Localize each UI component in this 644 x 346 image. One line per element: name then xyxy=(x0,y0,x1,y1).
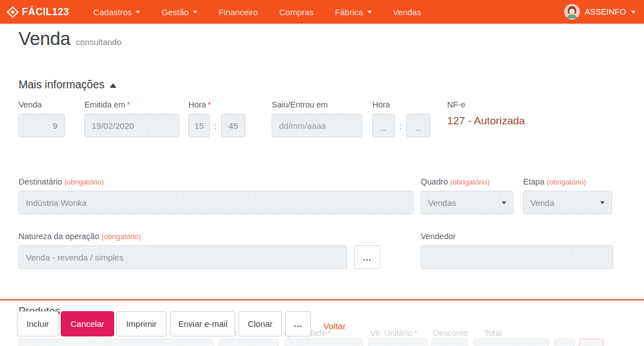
imprimir-button[interactable]: Imprimir xyxy=(116,311,166,336)
quantidade-row-input[interactable] xyxy=(285,339,363,346)
menu-label: Gestão xyxy=(161,7,188,17)
field-natureza-operacao: Natureza da operação(obrigatório) xyxy=(19,232,347,269)
user-avatar xyxy=(564,4,580,20)
caret-down-icon xyxy=(193,11,197,14)
quadro-selected-value: Vendas xyxy=(428,198,456,208)
produtos-col-vlr-unitario: Vlr. Unitário* xyxy=(370,329,417,338)
emitida-em-input[interactable] xyxy=(84,114,179,137)
venda-label: Venda xyxy=(19,100,65,109)
menu-item-compras[interactable]: Compras xyxy=(269,0,325,24)
field-destinatario: Destinatário(obrigatório) xyxy=(19,177,413,214)
enviar-email-button[interactable]: Enviar e-mail xyxy=(170,311,235,336)
hora-saida-minute-input[interactable] xyxy=(406,114,430,137)
venda-input[interactable] xyxy=(19,114,65,137)
field-etapa: Etapa(obrigatório) Venda xyxy=(523,177,612,214)
etapa-selected-value: Venda xyxy=(530,198,555,208)
field-hora-saida: Hora : xyxy=(372,100,433,137)
brand-diamond-icon xyxy=(7,6,19,17)
required-asterisk: * xyxy=(414,329,417,338)
required-note: (obrigatório) xyxy=(64,178,103,186)
field-venda: Venda xyxy=(19,100,65,137)
more-info-title: Mais informações xyxy=(19,78,105,91)
natureza-more-button[interactable]: ... xyxy=(354,245,380,269)
hora-emissao-hour-input[interactable] xyxy=(188,114,210,137)
lote-row-input[interactable] xyxy=(219,339,278,346)
etapa-label: Etapa(obrigatório) xyxy=(523,177,612,186)
user-name: ASSEINFO xyxy=(585,7,626,16)
natureza-input[interactable] xyxy=(19,245,347,269)
field-vendedor: Vendedor xyxy=(421,232,613,269)
saiu-entrou-input[interactable] xyxy=(272,114,362,137)
brand-text: FÁCIL123 xyxy=(22,6,69,18)
vlr-unitario-row-input[interactable] xyxy=(368,339,427,346)
row-extra-input[interactable] xyxy=(554,339,575,346)
vendedor-input[interactable] xyxy=(421,245,613,269)
field-nfe: NF-e 127 - Autorizada xyxy=(447,100,616,127)
top-navbar: FÁCIL123 Cadastros Gestão Financeiro Com… xyxy=(0,0,644,24)
menu-label: Fábrica xyxy=(335,7,363,17)
menu-label: Cadastros xyxy=(93,7,132,17)
hora-saida-label: Hora xyxy=(372,100,433,109)
field-saiu-entrou-em: Saiu/Entrou em xyxy=(272,100,362,137)
destinatario-label: Destinatário(obrigatório) xyxy=(19,177,413,186)
page-header: Venda consultando xyxy=(19,28,121,50)
main-menu: Cadastros Gestão Financeiro Compras Fábr… xyxy=(83,0,432,24)
caret-down-icon xyxy=(600,201,605,204)
user-menu[interactable]: ASSEINFO xyxy=(564,4,636,20)
more-actions-button[interactable]: ... xyxy=(285,311,311,336)
nfe-status-value: 127 - Autorizada xyxy=(447,115,616,127)
caret-up-icon xyxy=(110,83,116,88)
voltar-link[interactable]: Voltar xyxy=(323,321,346,331)
caret-down-icon xyxy=(367,11,372,14)
menu-label: Compras xyxy=(280,7,314,17)
vendedor-label: Vendedor xyxy=(421,232,613,241)
required-note: (obrigatório) xyxy=(102,232,141,241)
desconto-row-input[interactable] xyxy=(431,339,468,346)
app-window: FÁCIL123 Cadastros Gestão Financeiro Com… xyxy=(0,0,644,346)
menu-item-cadastros[interactable]: Cadastros xyxy=(83,0,151,24)
page-mode-label: consultando xyxy=(76,37,121,47)
incluir-button[interactable]: Incluir xyxy=(17,311,58,336)
required-asterisk: * xyxy=(127,100,130,109)
hora-emissao-label: Hora* xyxy=(188,100,250,109)
menu-label: Financeiro xyxy=(219,7,258,17)
destinatario-input[interactable] xyxy=(19,191,413,214)
hora-emissao-minute-input[interactable] xyxy=(221,114,245,137)
hora-saida-hour-input[interactable] xyxy=(372,114,395,137)
required-note: (obrigatório) xyxy=(450,178,489,186)
nfe-label: NF-e xyxy=(447,100,616,109)
field-quadro: Quadro(obrigatório) Vendas xyxy=(421,177,514,214)
caret-down-icon xyxy=(502,201,506,204)
emitida-em-label: Emitida em* xyxy=(84,100,179,109)
quadro-label: Quadro(obrigatório) xyxy=(421,177,514,186)
field-emitida-em: Emitida em* xyxy=(84,100,179,137)
cancelar-button[interactable]: Cancelar xyxy=(61,311,114,336)
total-row-input[interactable] xyxy=(474,339,549,346)
caret-down-icon xyxy=(631,11,636,14)
caret-down-icon xyxy=(136,11,140,14)
produto-row-input[interactable] xyxy=(19,339,213,346)
more-info-toggle[interactable]: Mais informações xyxy=(19,78,116,91)
menu-label: Vendas xyxy=(393,7,421,17)
section-divider xyxy=(0,299,644,300)
menu-item-gestao[interactable]: Gestão xyxy=(151,0,208,24)
time-separator: : xyxy=(214,121,217,131)
quadro-select[interactable]: Vendas xyxy=(421,191,514,214)
menu-item-fabrica[interactable]: Fábrica xyxy=(325,0,382,24)
page-title: Venda xyxy=(19,28,70,50)
required-note: (obrigatório) xyxy=(547,178,586,186)
produtos-col-total: Total xyxy=(484,329,502,338)
brand-logo[interactable]: FÁCIL123 xyxy=(8,6,69,18)
time-separator: : xyxy=(399,121,402,131)
clonar-button[interactable]: Clonar xyxy=(238,311,282,336)
menu-item-vendas[interactable]: Vendas xyxy=(382,0,432,24)
required-asterisk: * xyxy=(208,100,211,109)
etapa-select[interactable]: Venda xyxy=(523,191,612,214)
saiu-entrou-label: Saiu/Entrou em xyxy=(272,100,362,109)
field-hora-emissao: Hora* : xyxy=(188,100,250,137)
natureza-label: Natureza da operação(obrigatório) xyxy=(19,232,347,241)
menu-item-financeiro[interactable]: Financeiro xyxy=(208,0,269,24)
row-extra-input-highlighted[interactable] xyxy=(579,339,604,346)
produtos-col-desconto: Desconto xyxy=(433,329,467,338)
